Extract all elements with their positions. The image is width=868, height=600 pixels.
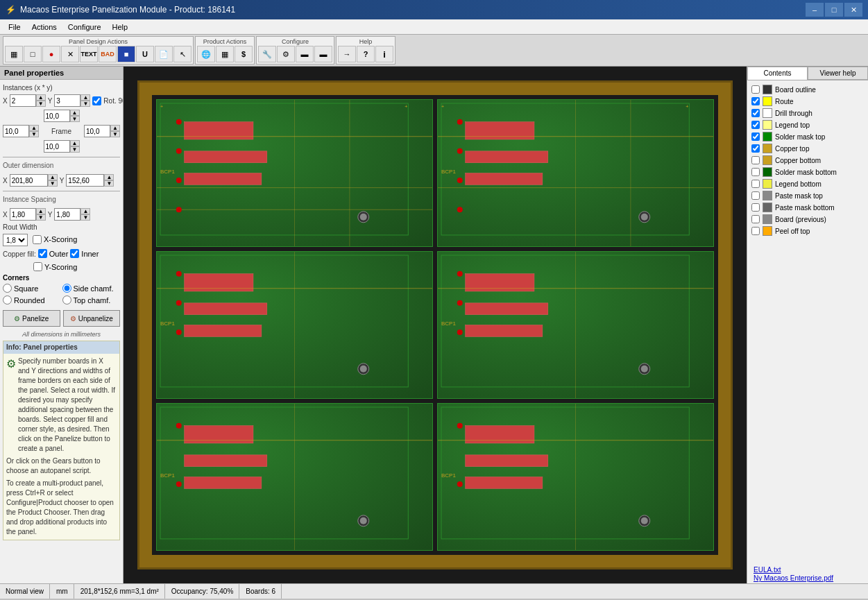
toolbar-help: Help → ? i — [336, 36, 395, 65]
panel-circle-button[interactable]: ● — [42, 46, 60, 62]
help-question-button[interactable]: ? — [357, 46, 375, 62]
rot-checkbox[interactable] — [92, 96, 101, 105]
outer-y-up[interactable]: ▲ — [104, 174, 114, 180]
x-spin-up[interactable]: ▲ — [36, 94, 46, 101]
outer-y-input[interactable] — [66, 174, 104, 187]
panel-text-button[interactable]: TEXT — [80, 46, 98, 62]
frame-left-up[interactable]: ▲ — [29, 125, 39, 131]
layer-legend-bottom-checkbox[interactable] — [751, 180, 760, 188]
panel-paste-button[interactable]: 📄 — [155, 46, 173, 62]
layer-board-outline-checkbox[interactable] — [751, 85, 760, 94]
instances-x-input[interactable] — [10, 94, 36, 107]
spacing-y-down[interactable]: ▼ — [80, 214, 90, 221]
layer-copper-top-checkbox[interactable] — [751, 144, 760, 153]
layer-legend-top-checkbox[interactable] — [751, 121, 760, 129]
frame-left-input[interactable] — [3, 125, 29, 137]
layer-route-checkbox[interactable] — [751, 97, 760, 105]
panel-cursor-button[interactable]: ↖ — [173, 46, 192, 62]
layer-peel-off-top-checkbox[interactable] — [751, 227, 760, 235]
layer-copper-bottom-checkbox[interactable] — [751, 156, 760, 164]
copper-inner-checkbox[interactable] — [70, 249, 79, 258]
svg-text:BCP1: BCP1 — [160, 169, 175, 175]
help-arrow-button[interactable]: → — [338, 46, 356, 62]
canvas-area[interactable]: BCP1 + + — [124, 67, 747, 583]
tab-viewer-help[interactable]: Viewer help — [808, 67, 868, 80]
spacing-y-up[interactable]: ▲ — [80, 208, 90, 214]
menu-help[interactable]: Help — [107, 22, 134, 33]
layer-paste-mask-bottom-checkbox[interactable] — [751, 203, 760, 212]
product-table-button[interactable]: ▦ — [216, 46, 234, 62]
panel-bad-button[interactable]: BAD — [99, 46, 117, 62]
configure-view2-button[interactable]: ▬ — [314, 46, 332, 62]
outer-x-label: X — [3, 177, 8, 185]
frame-top-input[interactable] — [44, 110, 70, 122]
instances-y-input[interactable] — [54, 94, 80, 107]
frame-right-up[interactable]: ▲ — [110, 125, 120, 131]
x-spin-down[interactable]: ▼ — [36, 101, 46, 107]
frame-right-down[interactable]: ▼ — [110, 131, 120, 137]
x-scoring-checkbox[interactable] — [33, 235, 42, 244]
pcb-board-5: BCP1 — [156, 403, 433, 551]
corner-rounded-radio[interactable] — [3, 295, 12, 305]
help-info-button[interactable]: i — [375, 46, 393, 62]
tab-contents[interactable]: Contents — [747, 67, 808, 80]
outer-y-down[interactable]: ▼ — [104, 180, 114, 187]
configure-tool-button[interactable]: 🔧 — [258, 46, 276, 62]
frame-bottom-down[interactable]: ▼ — [70, 146, 80, 153]
svg-point-45 — [176, 329, 182, 335]
spacing-y-input[interactable] — [54, 208, 80, 221]
copper-fill-label: Copper fill: — [3, 250, 36, 258]
close-button[interactable]: ✕ — [844, 3, 862, 17]
configure-gear-button[interactable]: ⚙ — [277, 46, 295, 62]
svg-text:BCP1: BCP1 — [441, 472, 456, 479]
outer-x-down[interactable]: ▼ — [48, 180, 58, 187]
corner-side-chamf-radio[interactable] — [62, 284, 71, 293]
y-spin-up[interactable]: ▲ — [80, 94, 90, 101]
product-globe-button[interactable]: 🌐 — [197, 46, 215, 62]
frame-bottom-input[interactable] — [44, 140, 70, 153]
panelize-button[interactable]: ⚙ Panelize — [3, 310, 60, 327]
panel-grid-button[interactable]: ▦ — [5, 46, 23, 62]
y-spin-down[interactable]: ▼ — [80, 101, 90, 107]
panel-layer-button[interactable]: ■ — [117, 46, 135, 62]
panel-board-button[interactable]: □ — [24, 46, 42, 62]
y-spin-group: ▲ ▼ — [80, 94, 90, 107]
layer-solder-mask-top-checkbox[interactable] — [751, 132, 760, 141]
layer-drill-through-checkbox[interactable] — [751, 109, 760, 117]
spacing-x-input[interactable] — [10, 208, 36, 221]
corner-square-radio[interactable] — [3, 284, 12, 293]
frame-bottom-up[interactable]: ▲ — [70, 140, 80, 146]
spacing-x-down[interactable]: ▼ — [36, 214, 46, 221]
frame-top-up[interactable]: ▲ — [70, 110, 80, 116]
configure-view1-button[interactable]: ▬ — [296, 46, 314, 62]
toolbar-container: Panel Design Actions ▦ □ ● ✕ TEXT BAD ■ … — [0, 35, 868, 67]
maximize-button[interactable]: □ — [825, 3, 843, 17]
panel-via-button[interactable]: U — [136, 46, 154, 62]
copper-outer-checkbox[interactable] — [38, 249, 47, 258]
svg-rect-20 — [466, 151, 548, 163]
product-currency-button[interactable]: $ — [235, 46, 253, 62]
unpanelize-button[interactable]: ⚙ Unpanelize — [63, 310, 121, 327]
layer-board-previous-checkbox[interactable] — [751, 215, 760, 223]
corner-top-chamf-radio[interactable] — [62, 295, 71, 305]
panel-cross-button[interactable]: ✕ — [61, 46, 79, 62]
rout-width-select[interactable]: 1,8 2,0 2,4 — [3, 234, 28, 246]
minimize-button[interactable]: – — [806, 3, 824, 17]
frame-top-down[interactable]: ▼ — [70, 116, 80, 122]
menu-configure[interactable]: Configure — [62, 22, 107, 33]
svg-rect-2 — [185, 151, 267, 163]
menu-file[interactable]: File — [3, 22, 26, 33]
layer-copper-bottom-label: Copper bottom — [775, 157, 821, 164]
product-link[interactable]: Ny Macaos Enterprise.pdf — [749, 573, 837, 583]
layer-solder-mask-bottom-checkbox[interactable] — [751, 168, 760, 176]
outer-x-input[interactable] — [10, 174, 48, 187]
svg-point-10 — [360, 214, 367, 221]
y-scoring-checkbox[interactable] — [33, 262, 42, 271]
outer-x-up[interactable]: ▲ — [48, 174, 58, 180]
menu-actions[interactable]: Actions — [26, 22, 62, 33]
info-text3: To create a multi-product panel, press C… — [6, 479, 117, 537]
spacing-x-up[interactable]: ▲ — [36, 208, 46, 214]
layer-paste-mask-top-checkbox[interactable] — [751, 191, 760, 200]
frame-left-down[interactable]: ▼ — [29, 131, 39, 137]
frame-right-input[interactable] — [84, 125, 110, 137]
